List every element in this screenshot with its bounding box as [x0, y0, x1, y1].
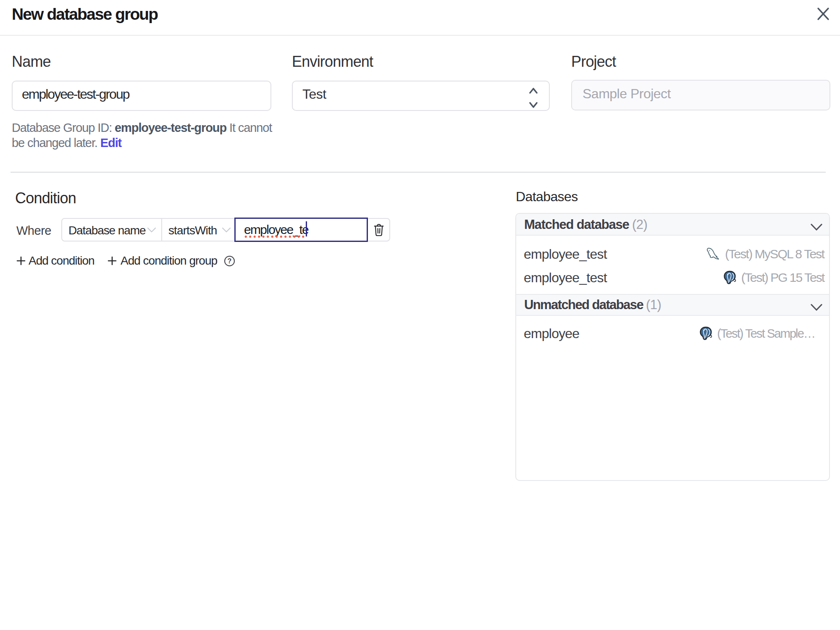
svg-text:?: ?: [228, 257, 232, 265]
